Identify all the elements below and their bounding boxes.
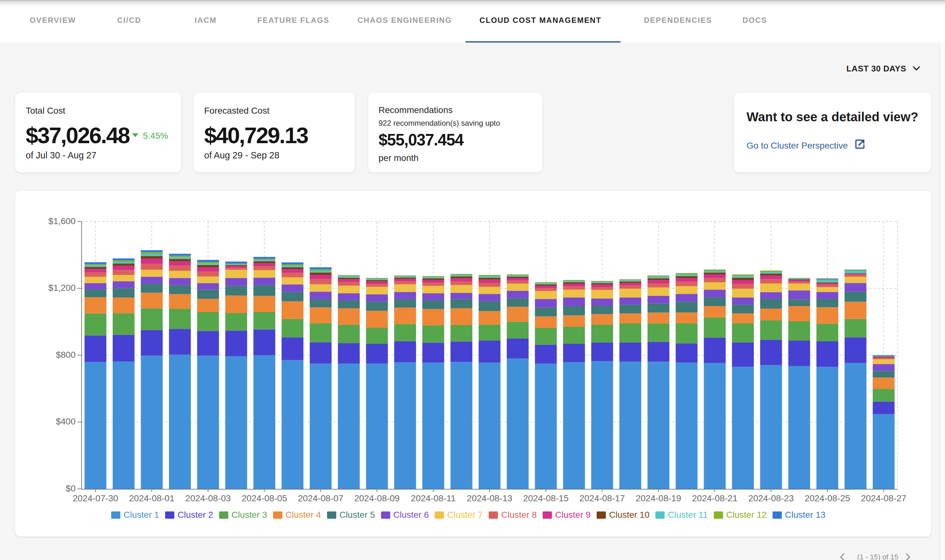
svg-text:2024-08-21: 2024-08-21 [692,493,737,503]
svg-text:2024-08-07: 2024-08-07 [298,493,343,503]
svg-text:2024-08-27: 2024-08-27 [861,493,906,503]
svg-text:2024-08-17: 2024-08-17 [580,493,625,503]
svg-text:2024-08-23: 2024-08-23 [748,493,794,503]
svg-text:2024-08-15: 2024-08-15 [523,493,568,503]
svg-text:2024-08-25: 2024-08-25 [805,493,850,503]
svg-text:2024-08-03: 2024-08-03 [185,493,231,503]
svg-text:2024-08-11: 2024-08-11 [411,493,456,503]
svg-text:$0: $0 [66,483,75,493]
svg-text:2024-08-13: 2024-08-13 [467,493,512,503]
svg-text:$800: $800 [56,350,75,360]
svg-text:2024-08-05: 2024-08-05 [242,493,287,503]
svg-text:2024-08-19: 2024-08-19 [636,493,681,503]
svg-text:$1,600: $1,600 [48,216,75,226]
svg-text:2024-08-09: 2024-08-09 [354,493,399,503]
svg-text:2024-08-01: 2024-08-01 [129,493,174,503]
svg-text:$1,200: $1,200 [48,283,75,293]
svg-text:2024-07-30: 2024-07-30 [73,493,118,503]
svg-text:$400: $400 [56,417,75,426]
